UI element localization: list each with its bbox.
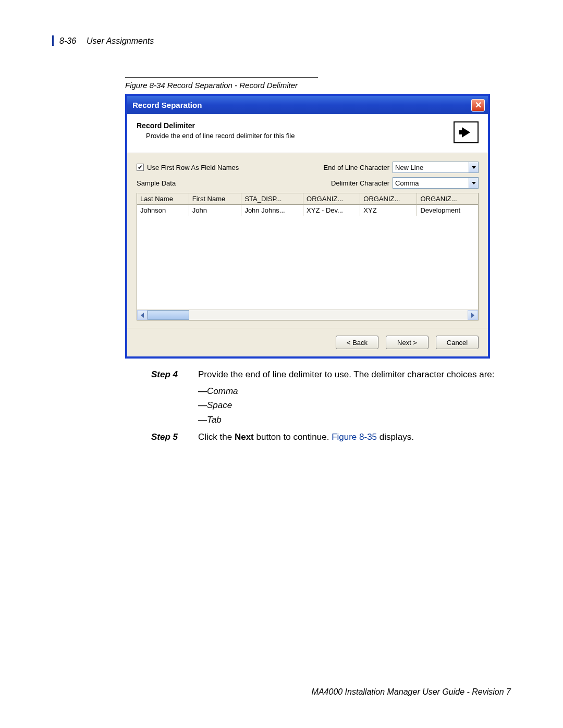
section-subheading: Provide the end of line record delimiter… xyxy=(137,132,454,140)
delim-label: Delimiter Character xyxy=(331,179,389,187)
dialog-header-pane: Record Delimiter Provide the end of line… xyxy=(127,114,488,153)
scroll-right-button[interactable] xyxy=(468,310,478,320)
section-heading: Record Delimiter xyxy=(137,121,454,130)
caption-rule xyxy=(125,77,318,78)
cell: John Johns... xyxy=(241,205,303,216)
cell: John xyxy=(189,205,242,216)
col-header[interactable]: ORGANIZ... xyxy=(360,193,417,205)
page-footer: MA4000 Installation Manager User Guide -… xyxy=(312,687,511,697)
choice-comma: —Comma xyxy=(198,385,511,398)
step-4-label: Step 4 xyxy=(151,368,198,381)
first-row-checkbox[interactable]: ✔ xyxy=(137,164,144,171)
col-header[interactable]: Last Name xyxy=(137,193,189,205)
delimiter-choices: —Comma —Space —Tab xyxy=(198,385,511,427)
grid-header-row: Last Name First Name STA_DISP... ORGANIZ… xyxy=(137,193,478,205)
scroll-left-button[interactable] xyxy=(137,310,148,320)
step-4-text: Provide the end of line delimiter to use… xyxy=(198,368,511,381)
dropdown-arrow-icon xyxy=(469,178,478,188)
dialog-button-row: < Back Next > Cancel xyxy=(127,328,488,356)
cell: XYZ xyxy=(360,205,417,216)
grid-empty-area xyxy=(137,216,478,310)
horizontal-scrollbar[interactable] xyxy=(137,310,478,320)
page-number: 8-36 xyxy=(59,36,76,46)
step-5-text: Click the Next button to continue. Figur… xyxy=(198,430,511,444)
dropdown-arrow-icon xyxy=(469,162,478,172)
titlebar: Record Separation ✕ xyxy=(127,96,488,114)
close-button[interactable]: ✕ xyxy=(471,99,485,112)
eol-label: End of Line Character xyxy=(324,164,389,171)
delimiter-value: Comma xyxy=(395,179,419,187)
dialog-body: ✔ Use First Row As Field Names End of Li… xyxy=(127,153,488,328)
grid-data-row[interactable]: Johnson John John Johns... XYZ - Dev... … xyxy=(137,205,478,216)
step-5-label: Step 5 xyxy=(151,430,198,444)
scroll-thumb[interactable] xyxy=(148,310,189,320)
col-header[interactable]: ORGANIZ... xyxy=(417,193,478,205)
cell: Johnson xyxy=(137,205,189,216)
chevron-left-icon xyxy=(141,313,144,318)
figure-caption: Figure 8-34 Record Separation - Record D… xyxy=(125,81,511,90)
record-separation-dialog: Record Separation ✕ Record Delimiter Pro… xyxy=(125,94,490,359)
dialog-title: Record Separation xyxy=(132,101,202,109)
eol-combo[interactable]: New Line xyxy=(393,162,479,173)
body-text: Step 4 Provide the end of line delimiter… xyxy=(151,368,511,444)
scroll-track[interactable] xyxy=(148,310,468,320)
eol-value: New Line xyxy=(395,164,423,171)
import-icon xyxy=(454,121,479,143)
choice-space: —Space xyxy=(198,399,511,412)
page-header: 8-36 User Assignments xyxy=(52,36,511,46)
back-button[interactable]: < Back xyxy=(336,336,378,349)
close-icon: ✕ xyxy=(475,100,482,110)
col-header[interactable]: STA_DISP... xyxy=(241,193,303,205)
figure-link[interactable]: Figure 8-35 xyxy=(332,432,377,442)
sample-data-grid: Last Name First Name STA_DISP... ORGANIZ… xyxy=(137,193,479,320)
sample-data-label: Sample Data xyxy=(137,179,176,187)
next-button[interactable]: Next > xyxy=(386,336,429,349)
header-rule xyxy=(52,35,54,46)
cell: XYZ - Dev... xyxy=(303,205,360,216)
col-header[interactable]: ORGANIZ... xyxy=(303,193,360,205)
chevron-right-icon xyxy=(471,313,474,318)
col-header[interactable]: First Name xyxy=(189,193,242,205)
first-row-label: Use First Row As Field Names xyxy=(147,164,239,171)
cancel-button[interactable]: Cancel xyxy=(436,336,479,349)
delimiter-combo[interactable]: Comma xyxy=(393,177,479,189)
cell: Development xyxy=(417,205,478,216)
choice-tab: —Tab xyxy=(198,413,511,427)
section-title: User Assignments xyxy=(87,36,154,46)
